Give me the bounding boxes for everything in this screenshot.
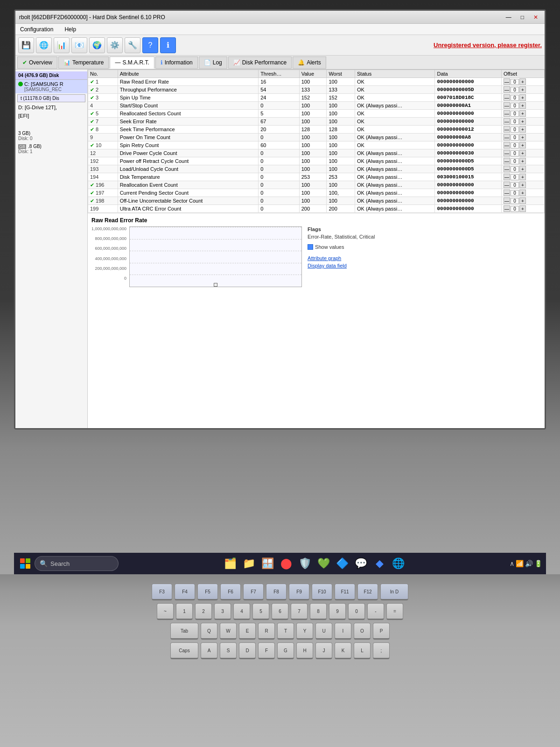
key-k[interactable]: K	[335, 642, 351, 659]
table-row[interactable]: 9 Power On Time Count 0 100 100 OK (Alwa…	[88, 134, 545, 141]
table-row[interactable]: ✔ 2 Throughput Performance 54 133 133 OK…	[88, 86, 545, 94]
offset-plus[interactable]: +	[519, 158, 526, 164]
tray-battery[interactable]: 🔋	[534, 560, 542, 567]
key-1[interactable]: 1	[176, 603, 193, 620]
offset-plus[interactable]: +	[519, 166, 526, 172]
key-tab[interactable]: Tab	[170, 623, 198, 640]
key-t[interactable]: T	[277, 623, 294, 640]
display-data-label[interactable]: Display data field	[308, 263, 375, 268]
offset-minus[interactable]: —	[504, 134, 510, 141]
table-row[interactable]: 193 Load/Unload Cycle Count 0 100 100 OK…	[88, 165, 545, 173]
offset-plus[interactable]: +	[519, 118, 526, 125]
smart-table-container[interactable]: No. Attribute Thresh… Value Worst Status…	[88, 70, 545, 213]
offset-minus[interactable]: —	[504, 158, 510, 164]
tab-information[interactable]: ℹ Information	[155, 56, 198, 69]
offset-plus[interactable]: +	[519, 190, 526, 196]
key-f9[interactable]: F9	[289, 584, 309, 600]
key-ins[interactable]: In D	[380, 584, 408, 600]
search-box[interactable]: 🔍 Search	[35, 556, 119, 571]
key-g[interactable]: G	[277, 642, 294, 659]
offset-minus[interactable]: —	[504, 197, 510, 204]
tab-smart[interactable]: — S.M.A.R.T.	[110, 56, 154, 69]
offset-plus[interactable]: +	[519, 182, 526, 188]
key-q[interactable]: Q	[201, 623, 217, 640]
table-row[interactable]: 12 Drive Power Cycle Count 0 100 100 OK …	[88, 149, 545, 157]
key-f8[interactable]: F8	[266, 584, 287, 600]
offset-minus[interactable]: —	[504, 205, 510, 212]
key-f5[interactable]: F5	[197, 584, 218, 600]
taskbar-icon-store[interactable]: 🪟	[259, 555, 276, 572]
offset-minus[interactable]: —	[504, 182, 510, 188]
key-r[interactable]: R	[258, 623, 275, 640]
table-row[interactable]: ✔ 10 Spin Retry Count 60 100 100 OK 0000…	[88, 141, 545, 149]
key-p[interactable]: P	[373, 623, 390, 640]
taskbar-icon-shield[interactable]: 🛡️	[296, 555, 313, 572]
table-row[interactable]: ✔ 8 Seek Time Performance 20 128 128 OK …	[88, 126, 545, 134]
toolbar-btn-9[interactable]: ℹ	[160, 37, 176, 53]
offset-plus[interactable]: +	[519, 197, 526, 204]
taskbar-icon-whatsapp[interactable]: 💬	[352, 555, 369, 572]
key-f10[interactable]: F10	[312, 584, 332, 600]
tray-volume[interactable]: 🔊	[525, 560, 533, 567]
key-tilde[interactable]: ~	[157, 603, 174, 620]
taskbar-icon-red[interactable]: ⬤	[278, 555, 294, 572]
toolbar-btn-2[interactable]: 🌐	[36, 37, 52, 53]
table-row[interactable]: 192 Power off Retract Cycle Count 0 100 …	[88, 157, 545, 165]
key-semicolon[interactable]: ;	[373, 642, 390, 659]
table-row[interactable]: ✔ 1 Raw Read Error Rate 16 100 100 OK 00…	[88, 78, 545, 86]
tab-disk-performance[interactable]: 📈 Disk Performance	[228, 56, 292, 69]
key-a[interactable]: A	[201, 642, 217, 659]
offset-minus[interactable]: —	[504, 110, 510, 117]
key-f3[interactable]: F3	[152, 584, 172, 600]
offset-plus[interactable]: +	[519, 78, 526, 85]
taskbar-icon-brave[interactable]: 🔷	[334, 555, 350, 572]
minimize-btn[interactable]: —	[503, 14, 514, 21]
key-y[interactable]: Y	[296, 623, 313, 640]
offset-plus[interactable]: +	[519, 86, 526, 93]
offset-minus[interactable]: —	[504, 166, 510, 172]
table-row[interactable]: ✔ 7 Seek Error Rate 67 100 100 OK 000000…	[88, 118, 545, 126]
table-row[interactable]: ✔ 198 Off-Line Uncorrectable Sector Coun…	[88, 197, 545, 205]
offset-plus[interactable]: +	[519, 205, 526, 212]
taskbar-icon-files[interactable]: 📁	[240, 555, 257, 572]
key-f12[interactable]: F12	[357, 584, 378, 600]
key-f6[interactable]: F6	[220, 584, 241, 600]
offset-minus[interactable]: —	[504, 118, 510, 125]
toolbar-btn-8[interactable]: ?	[142, 37, 158, 53]
key-9[interactable]: 9	[329, 603, 346, 620]
table-row[interactable]: ✔ 3 Spin Up Time 24 152 152 OK 0007018D0…	[88, 94, 545, 102]
offset-plus[interactable]: +	[519, 174, 526, 180]
sidebar-item-d[interactable]: D: [G-Drive 12T],	[15, 103, 87, 112]
toolbar-btn-6[interactable]: ⚙️	[107, 37, 123, 53]
menu-configuration[interactable]: Configuration	[17, 25, 56, 34]
offset-plus[interactable]: +	[519, 102, 526, 109]
key-u[interactable]: U	[315, 623, 332, 640]
key-e[interactable]: E	[239, 623, 256, 640]
tab-alerts[interactable]: 🔔 Alerts	[293, 56, 326, 69]
table-row[interactable]: 199 Ultra ATA CRC Error Count 0 200 200 …	[88, 205, 545, 213]
toolbar-btn-3[interactable]: 📊	[54, 37, 70, 53]
key-d[interactable]: D	[239, 642, 256, 659]
offset-minus[interactable]: —	[504, 126, 510, 133]
sidebar-disk-t[interactable]: t (11178.0 GB) Dis	[17, 94, 85, 102]
toolbar-btn-4[interactable]: 📧	[71, 37, 87, 53]
key-f11[interactable]: F11	[335, 584, 355, 600]
key-w[interactable]: W	[220, 623, 237, 640]
key-j[interactable]: J	[315, 642, 332, 659]
offset-plus[interactable]: +	[519, 134, 526, 141]
key-s[interactable]: S	[220, 642, 237, 659]
taskbar-icon-explorer[interactable]: 🗂️	[222, 555, 238, 572]
key-6[interactable]: 6	[272, 603, 288, 620]
key-equals[interactable]: =	[386, 603, 403, 620]
offset-minus[interactable]: —	[504, 150, 510, 156]
start-button[interactable]	[18, 556, 33, 571]
offset-minus[interactable]: —	[504, 86, 510, 93]
key-f4[interactable]: F4	[175, 584, 195, 600]
taskbar-icon-blue[interactable]: ◆	[371, 555, 388, 572]
sidebar-item-efi[interactable]: [EFI]	[15, 112, 87, 120]
offset-plus[interactable]: +	[519, 94, 526, 101]
key-0[interactable]: 0	[348, 603, 365, 620]
show-values-checkbox[interactable]: Show values	[308, 244, 375, 250]
unregistered-notice[interactable]: Unregistered version, please register.	[434, 42, 542, 49]
key-5[interactable]: 5	[252, 603, 269, 620]
